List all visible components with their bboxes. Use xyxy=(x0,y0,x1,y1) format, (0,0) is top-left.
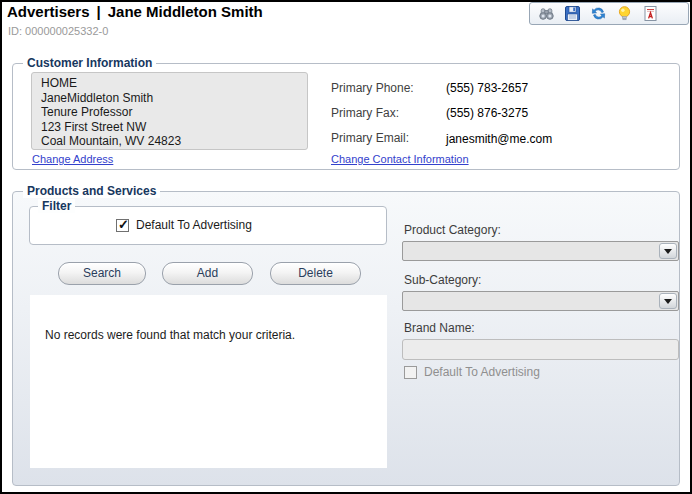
page-title-customer-name: Jane Middleton Smith xyxy=(108,3,263,20)
chevron-down-icon xyxy=(664,249,672,254)
customer-id-text: ID: 000000025332-0 xyxy=(8,25,108,37)
address-line-title: Tenure Professor xyxy=(41,105,303,120)
page-title: Advertisers|Jane Middleton Smith xyxy=(7,3,263,20)
filter-group: Filter Default To Advertising xyxy=(29,206,387,245)
form-default-to-advertising-label: Default To Advertising xyxy=(424,365,540,379)
customer-information-section: Customer Information HOME JaneMiddleton … xyxy=(12,63,680,170)
brand-name-input[interactable] xyxy=(402,339,679,360)
primary-phone-label: Primary Phone: xyxy=(331,81,414,95)
primary-email-label: Primary Email: xyxy=(331,131,409,145)
address-line-street: 123 First Street NW xyxy=(41,120,303,135)
products-and-services-legend: Products and Services xyxy=(23,184,160,198)
address-line-type: HOME xyxy=(41,76,303,91)
refresh-icon[interactable] xyxy=(589,5,607,23)
address-line-name: JaneMiddleton Smith xyxy=(41,91,303,106)
products-and-services-section: Products and Services Filter Default To … xyxy=(12,191,680,486)
sub-category-dropdown-button[interactable] xyxy=(659,293,677,309)
save-icon[interactable] xyxy=(563,5,581,23)
lightbulb-tip-icon[interactable] xyxy=(615,5,633,23)
filter-legend: Filter xyxy=(38,199,75,213)
form-default-to-advertising-checkbox[interactable] xyxy=(404,366,417,379)
primary-phone-value: (555) 783-2657 xyxy=(446,81,528,95)
chevron-down-icon xyxy=(664,299,672,304)
customer-address-box: HOME JaneMiddleton Smith Tenure Professo… xyxy=(31,72,308,150)
filter-default-to-advertising-label: Default To Advertising xyxy=(136,218,252,232)
search-button[interactable]: Search xyxy=(58,262,146,285)
records-list-area: No records were found that match your cr… xyxy=(30,295,387,468)
address-line-city: Coal Mountain, WV 24823 xyxy=(41,134,303,149)
add-button[interactable]: Add xyxy=(162,262,253,285)
advertisers-window: Advertisers|Jane Middleton Smith ID: 000… xyxy=(0,0,692,494)
find-binoculars-icon[interactable] xyxy=(537,5,555,23)
toolbar xyxy=(529,2,689,25)
page-title-separator: | xyxy=(97,3,101,20)
change-address-link[interactable]: Change Address xyxy=(32,153,113,165)
product-category-label: Product Category: xyxy=(404,223,501,237)
sub-category-label: Sub-Category: xyxy=(404,273,481,287)
page-title-section: Advertisers xyxy=(7,3,90,20)
product-category-dropdown[interactable] xyxy=(402,241,679,261)
primary-fax-value: (555) 876-3275 xyxy=(446,106,528,120)
primary-fax-label: Primary Fax: xyxy=(331,106,399,120)
filter-default-to-advertising-row: Default To Advertising xyxy=(116,218,252,232)
report-document-icon[interactable] xyxy=(641,5,659,23)
form-default-to-advertising-row: Default To Advertising xyxy=(404,365,540,379)
product-category-dropdown-button[interactable] xyxy=(659,243,677,259)
no-records-message: No records were found that match your cr… xyxy=(45,328,295,342)
filter-default-to-advertising-checkbox[interactable] xyxy=(116,219,129,232)
sub-category-dropdown[interactable] xyxy=(402,291,679,311)
delete-button[interactable]: Delete xyxy=(270,262,361,285)
brand-name-label: Brand Name: xyxy=(404,321,475,335)
change-contact-information-link[interactable]: Change Contact Information xyxy=(331,153,469,165)
customer-information-legend: Customer Information xyxy=(23,56,156,70)
primary-email-value: janesmith@me.com xyxy=(446,132,552,146)
